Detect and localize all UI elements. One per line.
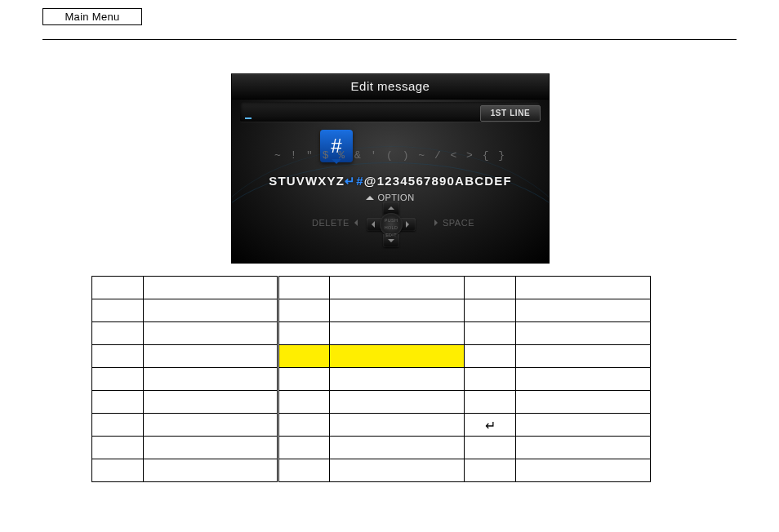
delete-label: DELETE xyxy=(312,218,358,228)
table-cell xyxy=(516,459,651,482)
char-row-left: STUVWXYZ xyxy=(269,174,345,188)
table-cell xyxy=(516,414,651,437)
char-row-right: @1234567890ABCDEF xyxy=(364,174,512,188)
table-cell xyxy=(278,368,330,391)
table-row xyxy=(92,368,651,391)
screen-title: Edit message xyxy=(232,74,549,100)
table-cell xyxy=(465,345,516,368)
table-cell xyxy=(278,277,330,299)
table-cell xyxy=(278,345,330,368)
table-cell xyxy=(330,391,465,414)
table-cell xyxy=(92,299,144,322)
table-cell xyxy=(278,437,330,459)
table-cell xyxy=(465,368,516,391)
table-cell xyxy=(330,322,465,345)
down-arrow-icon xyxy=(388,239,394,246)
first-line-badge[interactable]: 1ST LINE xyxy=(480,105,541,122)
table-cell xyxy=(92,437,144,459)
table-cell xyxy=(330,459,465,482)
delete-text: DELETE xyxy=(312,218,349,228)
table-cell xyxy=(144,322,278,345)
table-cell xyxy=(516,322,651,345)
table-row xyxy=(92,459,651,482)
character-table: ↵ xyxy=(91,276,651,482)
table-cell xyxy=(278,299,330,322)
table-row: ↵ xyxy=(92,414,651,437)
table-cell xyxy=(144,299,278,322)
char-row-selection: # xyxy=(356,174,364,188)
right-arrow-icon xyxy=(406,221,412,228)
table-cell xyxy=(465,299,516,322)
table-cell xyxy=(465,322,516,345)
dpad-center[interactable]: PUSH HOLD EDIT xyxy=(380,213,403,236)
table-cell xyxy=(330,368,465,391)
table-cell xyxy=(516,299,651,322)
table-cell xyxy=(92,368,144,391)
table-row xyxy=(92,437,651,459)
table-cell xyxy=(278,391,330,414)
table-cell xyxy=(465,277,516,299)
table-cell xyxy=(278,414,330,437)
table-cell xyxy=(92,414,144,437)
dpad[interactable]: PUSH HOLD EDIT xyxy=(358,202,424,247)
right-triangle-icon xyxy=(434,219,441,226)
table-row xyxy=(92,345,651,368)
main-menu-button[interactable]: Main Menu xyxy=(42,8,142,25)
up-arrow-icon xyxy=(388,203,394,210)
edit-message-screen: Edit message 1ST LINE # ~ ! " $ % & ' ( … xyxy=(231,73,550,264)
table-row xyxy=(92,277,651,299)
table-cell xyxy=(516,437,651,459)
dpad-center-line2: EDIT xyxy=(385,233,397,237)
dpad-center-line1: PUSH HOLD xyxy=(385,218,398,230)
table-cell xyxy=(330,299,465,322)
table-cell xyxy=(516,368,651,391)
table-cell xyxy=(144,391,278,414)
table-cell xyxy=(278,459,330,482)
left-triangle-icon xyxy=(351,219,358,226)
table-cell xyxy=(144,437,278,459)
table-cell xyxy=(92,345,144,368)
table-cell xyxy=(144,414,278,437)
table-cell xyxy=(516,277,651,299)
left-arrow-icon xyxy=(368,221,375,228)
table-row xyxy=(92,299,651,322)
table-cell xyxy=(330,345,465,368)
char-row-prefix: ↵ xyxy=(345,174,356,188)
table-cell xyxy=(330,414,465,437)
text-cursor xyxy=(245,117,252,119)
table-row xyxy=(92,391,651,414)
table-cell xyxy=(465,391,516,414)
table-cell xyxy=(92,459,144,482)
table-cell xyxy=(144,459,278,482)
space-text: SPACE xyxy=(443,218,474,228)
table-cell xyxy=(516,391,651,414)
space-label: SPACE xyxy=(434,218,474,228)
table-cell xyxy=(92,391,144,414)
table-cell xyxy=(516,345,651,368)
character-row[interactable]: STUVWXYZ↵#@1234567890ABCDEF xyxy=(232,174,549,188)
horizontal-rule xyxy=(42,39,737,40)
table-cell xyxy=(330,437,465,459)
table-cell xyxy=(278,322,330,345)
table-cell xyxy=(92,322,144,345)
symbol-row: ~ ! " $ % & ' ( ) ~ / < > { } xyxy=(232,149,549,162)
table-cell xyxy=(330,277,465,299)
table-cell xyxy=(144,345,278,368)
table-cell xyxy=(465,459,516,482)
up-triangle-icon xyxy=(366,192,374,200)
table-row xyxy=(92,322,651,345)
table-cell xyxy=(144,277,278,299)
table-cell xyxy=(144,368,278,391)
table-cell xyxy=(465,437,516,459)
table-cell xyxy=(92,277,144,299)
table-cell: ↵ xyxy=(465,414,516,437)
